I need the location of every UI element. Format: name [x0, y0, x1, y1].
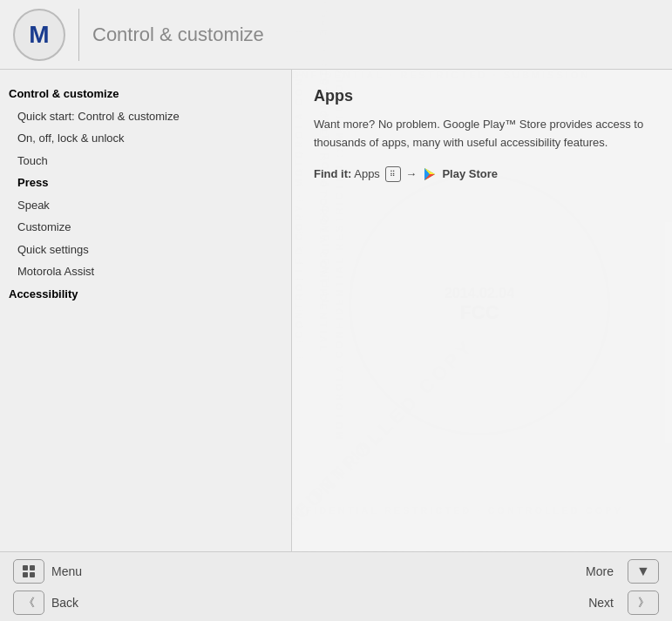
find-it-label: Find it: [314, 167, 351, 180]
find-it-section: Find it: Apps ⠿ → Play Store [314, 165, 650, 184]
menu-button[interactable]: Menu [13, 559, 82, 584]
motorola-logo: M [13, 9, 65, 61]
play-store-label: Play Store [442, 167, 498, 180]
footer-nav: Menu 《 Back ▼ More 》 Next [0, 551, 672, 621]
sidebar-item-customize[interactable]: Customize [0, 216, 291, 239]
find-it-apps: Apps [354, 167, 380, 180]
main-layout: M Control & customize Control & customiz… [0, 0, 672, 621]
more-label: More [586, 564, 614, 578]
back-icon: 《 [13, 591, 44, 615]
next-icon: 》 [628, 591, 659, 615]
header-divider [78, 9, 79, 61]
sidebar-item-control-customize[interactable]: Control & customize [0, 83, 291, 105]
sidebar-item-quick-settings[interactable]: Quick settings [0, 239, 291, 261]
arrow-icon: → [405, 167, 420, 180]
menu-label: Menu [51, 564, 82, 578]
sidebar-item-accessibility[interactable]: Accessibility [0, 283, 291, 306]
next-label: Next [588, 596, 614, 610]
menu-icon [13, 559, 44, 584]
play-store-icon [422, 166, 438, 182]
footer-right: ▼ More 》 Next [586, 559, 659, 615]
section-title: Apps [314, 87, 650, 105]
sidebar-item-touch[interactable]: Touch [0, 150, 291, 172]
main-content: Apps Want more? No problem. Google Play™… [292, 70, 672, 551]
sidebar-item-quick-start[interactable]: Quick start: Control & customize [0, 105, 291, 128]
page-title: Control & customize [92, 24, 264, 46]
sidebar: Control & customize Quick start: Control… [0, 70, 292, 551]
sidebar-item-speak[interactable]: Speak [0, 194, 291, 217]
sidebar-item-motorola-assist[interactable]: Motorola Assist [0, 260, 291, 283]
sidebar-item-press[interactable]: Press [0, 172, 291, 194]
back-button[interactable]: 《 Back [13, 591, 82, 615]
logo-letter: M [29, 21, 49, 49]
header: M Control & customize [0, 0, 672, 70]
footer-left: Menu 《 Back [13, 559, 82, 615]
back-label: Back [51, 596, 78, 610]
more-button[interactable]: ▼ More [586, 559, 659, 584]
sidebar-item-on-off[interactable]: On, off, lock & unlock [0, 127, 291, 150]
content-area: Control & customize Quick start: Control… [0, 70, 672, 551]
next-button[interactable]: 》 Next [588, 591, 659, 615]
more-icon: ▼ [628, 559, 659, 584]
section-body: Want more? No problem. Google Play™ Stor… [314, 116, 650, 152]
apps-grid-icon: ⠿ [385, 166, 401, 182]
